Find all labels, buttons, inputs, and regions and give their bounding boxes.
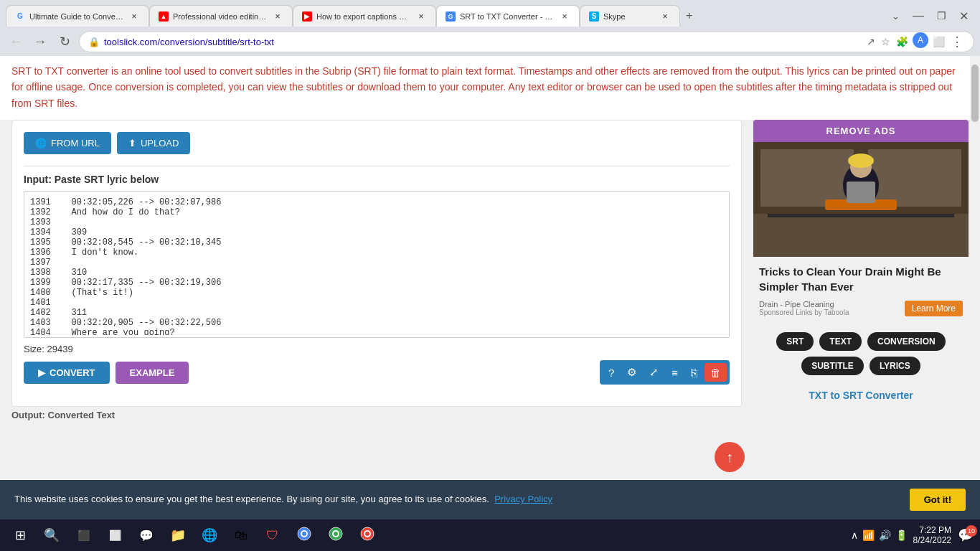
scrollbar-thumb[interactable] bbox=[971, 65, 979, 122]
tab3-favicon: ▶ bbox=[302, 11, 312, 22]
tab-4-active[interactable]: G SRT to TXT Converter - Tool... × bbox=[436, 5, 580, 27]
copy-icon: ⎘ bbox=[691, 367, 697, 379]
profile-button[interactable]: A bbox=[913, 32, 928, 48]
ad-image[interactable] bbox=[753, 142, 969, 257]
chrome-button-3[interactable] bbox=[353, 521, 382, 550]
tab-bar: G Ultimate Guide to Convert S... × ▲ Pro… bbox=[0, 0, 980, 27]
scroll-to-top-button[interactable]: ↑ bbox=[715, 442, 745, 472]
tag-srt[interactable]: SRT bbox=[776, 332, 814, 351]
upload-button[interactable]: ⬆ UPLOAD bbox=[117, 132, 190, 154]
left-action-buttons: ▶ CONVERT EXAMPLE bbox=[24, 362, 189, 384]
url-bar[interactable]: 🔒 toolslick.com/conversion/subtitle/srt-… bbox=[79, 31, 974, 52]
window-close-button[interactable]: ✕ bbox=[953, 6, 974, 26]
tab2-close[interactable]: × bbox=[272, 11, 283, 22]
chrome-button-2[interactable] bbox=[321, 521, 350, 550]
list-button[interactable]: ≡ bbox=[666, 363, 684, 382]
browser-scrollbar[interactable] bbox=[970, 56, 980, 519]
share-button[interactable]: ↗ bbox=[865, 32, 877, 51]
tab3-close[interactable]: × bbox=[415, 11, 427, 22]
edge-button[interactable]: 🌐 bbox=[195, 521, 224, 550]
menu-button[interactable]: ⋮ bbox=[949, 32, 965, 51]
tab1-close[interactable]: × bbox=[128, 11, 140, 22]
svg-point-13 bbox=[302, 532, 306, 536]
remove-ads-bar[interactable]: REMOVE ADS bbox=[753, 120, 969, 142]
task-view-button[interactable]: ⬛ bbox=[69, 521, 98, 550]
bookmark-button[interactable]: ☆ bbox=[880, 32, 892, 51]
tag-text[interactable]: TEXT bbox=[819, 332, 862, 351]
tab4-close[interactable]: × bbox=[559, 11, 570, 22]
forward-button[interactable]: → bbox=[30, 32, 50, 52]
example-button[interactable]: EXAMPLE bbox=[116, 362, 189, 384]
chrome-icon-2 bbox=[329, 527, 343, 544]
taskbar-search-button[interactable]: 🔍 bbox=[37, 521, 66, 550]
tab-2[interactable]: ▲ Professional video editing sc... × bbox=[149, 5, 293, 27]
ad-sidebar: REMOVE ADS Tricks to Cl bbox=[753, 120, 969, 407]
from-url-button[interactable]: 🌐 FROM URL bbox=[24, 132, 111, 154]
tags-section: SRT TEXT CONVERSION SUBTITLE LYRICS bbox=[753, 324, 969, 384]
tab4-title: SRT to TXT Converter - Tool... bbox=[460, 12, 555, 21]
tray-expand-icon[interactable]: ∧ bbox=[851, 529, 858, 541]
chrome-icon-3 bbox=[360, 527, 374, 544]
got-it-button[interactable]: Got it! bbox=[910, 489, 966, 511]
txt-to-srt-link[interactable]: TXT to SRT Converter bbox=[809, 390, 913, 401]
window-maximize-button[interactable]: ❐ bbox=[931, 7, 952, 24]
store-button[interactable]: 🛍 bbox=[227, 521, 255, 550]
notification-center[interactable]: 💬 10 bbox=[957, 527, 974, 544]
expand-button[interactable]: ⤢ bbox=[644, 363, 664, 382]
tray-volume-icon[interactable]: 🔊 bbox=[879, 529, 891, 541]
list-icon: ≡ bbox=[672, 367, 678, 379]
privacy-policy-link[interactable]: Privacy Policy bbox=[494, 494, 552, 504]
svg-point-8 bbox=[848, 154, 874, 168]
chrome-icon-1 bbox=[297, 527, 311, 544]
main-layout: 🌐 FROM URL ⬆ UPLOAD Input: Paste SRT lyr… bbox=[0, 120, 980, 407]
delete-button[interactable]: 🗑 bbox=[705, 363, 727, 382]
copy-button[interactable]: ⎘ bbox=[685, 363, 703, 382]
size-label: Size: bbox=[24, 344, 44, 354]
extensions-button[interactable]: 🧩 bbox=[895, 32, 910, 51]
txt-to-srt-section: TXT to SRT Converter bbox=[753, 384, 969, 407]
chrome-button-1[interactable] bbox=[290, 521, 319, 550]
play-icon: ▶ bbox=[38, 367, 45, 378]
tag-subtitle[interactable]: SUBTITLE bbox=[801, 357, 864, 375]
taskbar-right: ∧ 📶 🔊 🔋 7:22 PM 8/24/2022 💬 10 bbox=[851, 525, 974, 545]
window-minimize-button[interactable]: — bbox=[907, 6, 930, 25]
svg-point-16 bbox=[334, 532, 338, 536]
svg-rect-1 bbox=[753, 214, 969, 257]
teams-button[interactable]: 💬 bbox=[132, 521, 161, 550]
tray-network-icon[interactable]: 📶 bbox=[862, 529, 875, 541]
srt-input[interactable]: 1391 00:32:05,226 --> 00:32:07,986 1392 … bbox=[24, 192, 729, 335]
reload-button[interactable]: ↻ bbox=[55, 32, 75, 52]
tab1-title: Ultimate Guide to Convert S... bbox=[29, 12, 124, 21]
settings-button[interactable]: ⚙ bbox=[621, 363, 642, 382]
back-button[interactable]: ← bbox=[6, 32, 26, 52]
tab-3[interactable]: ▶ How to export captions and ... × bbox=[293, 5, 436, 27]
arrow-up-icon: ↑ bbox=[726, 449, 733, 466]
tray-battery-icon[interactable]: 🔋 bbox=[895, 529, 908, 541]
tab5-close[interactable]: × bbox=[659, 11, 671, 22]
learn-more-button[interactable]: Learn More bbox=[905, 301, 963, 316]
taskbar-clock[interactable]: 7:22 PM 8/24/2022 bbox=[913, 525, 951, 545]
windows-icon: ⊞ bbox=[15, 527, 26, 543]
question-icon: ? bbox=[608, 367, 614, 379]
clock-date: 8/24/2022 bbox=[913, 535, 951, 545]
tab-overflow-button[interactable]: ⌄ bbox=[886, 8, 905, 24]
tab-1[interactable]: G Ultimate Guide to Convert S... × bbox=[6, 5, 149, 27]
convert-button[interactable]: ▶ CONVERT bbox=[24, 362, 110, 384]
toolbar-buttons: ? ⚙ ⤢ ≡ ⎘ 🗑 bbox=[600, 360, 730, 385]
help-button[interactable]: ? bbox=[603, 363, 620, 382]
ad-illustration bbox=[753, 142, 969, 257]
snap-layouts-button[interactable]: ⬜ bbox=[100, 521, 129, 550]
sidebar-toggle-button[interactable]: ⬜ bbox=[931, 32, 946, 51]
tag-lyrics[interactable]: LYRICS bbox=[870, 357, 920, 375]
store-icon: 🛍 bbox=[235, 528, 248, 543]
new-tab-button[interactable]: + bbox=[680, 6, 698, 25]
file-explorer-button[interactable]: 📁 bbox=[164, 521, 192, 550]
tab-5[interactable]: S Skype × bbox=[580, 5, 680, 27]
tag-conversion[interactable]: CONVERSION bbox=[867, 332, 946, 351]
divider bbox=[24, 166, 730, 166]
antivirus-button[interactable]: 🛡 bbox=[258, 521, 287, 550]
start-button[interactable]: ⊞ bbox=[6, 521, 34, 550]
browser-chrome: G Ultimate Guide to Convert S... × ▲ Pro… bbox=[0, 0, 980, 56]
size-info: Size: 29439 bbox=[24, 344, 730, 354]
tab5-title: Skype bbox=[603, 12, 655, 21]
